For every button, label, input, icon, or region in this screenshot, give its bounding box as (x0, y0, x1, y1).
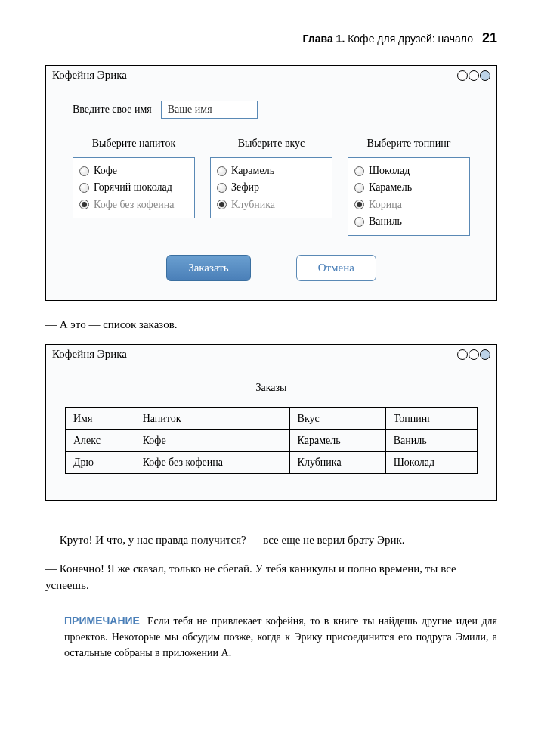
radio-icon (354, 166, 364, 176)
table-cell: Шоколад (385, 452, 477, 474)
topping-column: Выберите топпинг ШоколадКарамельКорицаВа… (348, 138, 470, 236)
radio-icon (354, 200, 364, 209)
radio-icon (217, 200, 227, 209)
table-cell: Имя (66, 408, 135, 430)
radio-icon (217, 183, 227, 193)
radio-option[interactable]: Карамель (217, 163, 326, 179)
flavor-column: Выберите вкус КарамельЗефирКлубника (210, 138, 332, 236)
body-text-1: — А это — список заказов. (45, 316, 497, 333)
drink-title: Выберите напиток (73, 138, 195, 150)
radio-label: Горячий шоколад (94, 179, 172, 196)
window-title: Кофейня Эрика (52, 69, 127, 82)
page-number: 21 (482, 30, 497, 46)
body-text-2: — Круто! И что, у нас правда получится? … (45, 531, 497, 549)
window-controls-icon (457, 70, 490, 81)
table-row: АлексКофеКарамельВаниль (66, 430, 478, 452)
radio-option[interactable]: Шоколад (354, 163, 463, 179)
drink-column: Выберите напиток КофеГорячий шоколадКофе… (73, 138, 195, 236)
table-cell: Алекс (66, 430, 135, 452)
radio-icon (354, 183, 364, 193)
radio-icon (217, 166, 227, 176)
radio-icon (79, 200, 89, 209)
radio-label: Карамель (231, 163, 274, 179)
table-cell: Ваниль (385, 430, 477, 452)
orders-heading: Заказы (65, 382, 478, 394)
radio-label: Кофе без кофеина (94, 197, 174, 213)
body-text-3: — Конечно! Я же сказал, только не сбегай… (45, 560, 497, 594)
flavor-radio-group: КарамельЗефирКлубника (210, 157, 332, 218)
cancel-button[interactable]: Отмена (296, 255, 376, 281)
flavor-title: Выберите вкус (210, 138, 332, 150)
radio-label: Корица (369, 197, 402, 213)
name-label: Введите свое имя (73, 104, 152, 116)
radio-icon (354, 217, 364, 227)
radio-option[interactable]: Кофе (79, 163, 188, 179)
radio-icon (79, 183, 89, 193)
radio-option[interactable]: Кофе без кофеина (79, 197, 188, 213)
radio-label: Клубника (231, 197, 275, 213)
radio-label: Карамель (369, 179, 412, 196)
order-button[interactable]: Заказать (166, 255, 250, 281)
note-block: ПРИМЕЧАНИЕЕсли тебя не привлекает кофейн… (64, 613, 497, 661)
name-input[interactable]: Ваше имя (161, 101, 258, 119)
window-titlebar: Кофейня Эрика (46, 66, 496, 85)
topping-radio-group: ШоколадКарамельКорицаВаниль (348, 157, 470, 236)
radio-option[interactable]: Корица (354, 197, 463, 213)
radio-option[interactable]: Горячий шоколад (79, 179, 188, 196)
drink-radio-group: КофеГорячий шоколадКофе без кофеина (73, 157, 195, 218)
note-label: ПРИМЕЧАНИЕ (64, 615, 140, 627)
page-header: Глава 1. Кофе для друзей: начало 21 (45, 30, 497, 46)
window-title: Кофейня Эрика (52, 348, 127, 361)
table-row: ДрюКофе без кофеинаКлубникаШоколад (66, 452, 478, 474)
radio-icon (79, 166, 89, 176)
radio-option[interactable]: Карамель (354, 179, 463, 196)
chapter-label: Глава 1. (303, 33, 345, 45)
table-cell: Карамель (289, 430, 385, 452)
table-cell: Дрю (66, 452, 135, 474)
radio-label: Шоколад (369, 163, 410, 179)
table-cell: Кофе без кофеина (135, 452, 289, 474)
window-titlebar: Кофейня Эрика (46, 345, 496, 364)
radio-label: Ваниль (369, 213, 402, 230)
radio-label: Кофе (94, 163, 117, 179)
radio-label: Зефир (231, 179, 259, 196)
radio-option[interactable]: Зефир (217, 179, 326, 196)
orders-table: ИмяНапитокВкусТоппинг АлексКофеКарамельВ… (65, 407, 478, 474)
radio-option[interactable]: Клубника (217, 197, 326, 213)
table-cell: Топпинг (385, 408, 477, 430)
table-cell: Клубника (289, 452, 385, 474)
table-cell: Вкус (289, 408, 385, 430)
window-controls-icon (457, 349, 490, 360)
chapter-title: Кофе для друзей: начало (348, 33, 473, 45)
orders-list-mockup: Кофейня Эрика Заказы ИмяНапитокВкусТоппи… (45, 344, 497, 501)
order-form-mockup: Кофейня Эрика Введите свое имя Ваше имя … (45, 65, 497, 301)
topping-title: Выберите топпинг (348, 138, 470, 150)
table-cell: Напиток (135, 408, 289, 430)
table-cell: Кофе (135, 430, 289, 452)
radio-option[interactable]: Ваниль (354, 213, 463, 230)
table-header-row: ИмяНапитокВкусТоппинг (66, 408, 478, 430)
